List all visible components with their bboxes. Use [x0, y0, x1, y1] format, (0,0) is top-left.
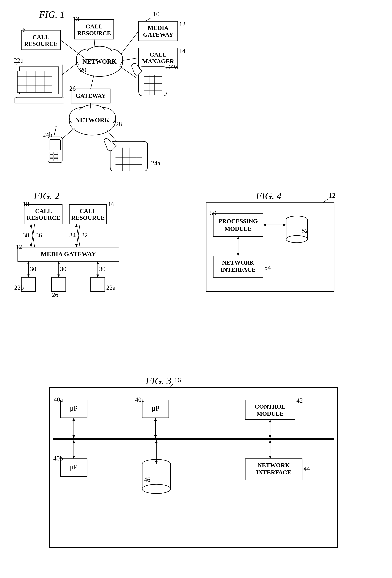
svg-text:CONTROL: CONTROL	[255, 403, 285, 410]
svg-text:CALL: CALL	[33, 34, 49, 40]
svg-text:26: 26	[52, 291, 58, 298]
svg-text:INTERFACE: INTERFACE	[220, 266, 256, 273]
svg-text:54: 54	[264, 264, 271, 271]
svg-line-87	[60, 40, 85, 59]
svg-marker-129	[57, 261, 60, 264]
fig3-diagram: FIG. 3 16 μP 40a μP 40c CONTROL MODULE 4…	[36, 373, 355, 562]
svg-text:20: 20	[80, 66, 86, 73]
svg-text:22a: 22a	[106, 284, 116, 291]
svg-rect-44	[17, 71, 52, 93]
svg-text:FIG. 4: FIG. 4	[256, 191, 281, 201]
svg-text:GATEWAY: GATEWAY	[143, 31, 173, 38]
svg-text:24b: 24b	[43, 131, 52, 138]
svg-text:NETWORK: NETWORK	[258, 462, 290, 469]
svg-text:32: 32	[81, 232, 88, 239]
svg-text:26: 26	[69, 85, 76, 92]
svg-text:38: 38	[23, 232, 29, 239]
svg-text:46: 46	[144, 476, 150, 483]
svg-text:CALL: CALL	[150, 51, 167, 58]
svg-text:24a: 24a	[151, 160, 160, 167]
svg-line-95	[62, 128, 75, 139]
svg-text:MODULE: MODULE	[257, 410, 284, 417]
svg-text:22b: 22b	[14, 57, 23, 64]
svg-text:12: 12	[16, 243, 22, 250]
fig2-diagram: FIG. 2 CALL RESOURCE 18 CALL RESOURCE 16…	[11, 189, 156, 313]
svg-text:CALL: CALL	[86, 23, 102, 30]
svg-line-66	[54, 128, 56, 135]
svg-rect-69	[50, 140, 60, 150]
svg-text:FIG. 2: FIG. 2	[34, 191, 59, 201]
svg-text:22a: 22a	[169, 64, 178, 71]
svg-rect-98	[25, 204, 62, 224]
svg-marker-128	[57, 275, 60, 277]
svg-text:RESOURCE: RESOURCE	[27, 214, 60, 221]
svg-rect-43	[14, 98, 64, 103]
svg-text:30: 30	[60, 265, 66, 273]
svg-text:52: 52	[302, 227, 308, 234]
svg-text:MODULE: MODULE	[225, 225, 252, 232]
svg-text:40b: 40b	[53, 455, 63, 462]
svg-marker-135	[96, 261, 99, 264]
svg-text:μP: μP	[152, 404, 159, 412]
svg-text:FIG. 3: FIG. 3	[145, 376, 171, 386]
svg-text:CALL: CALL	[35, 208, 52, 214]
fig1-diagram: FIG. 1 10 CALL RESOURCE 18 CALL RESOURCE…	[11, 7, 203, 171]
svg-text:RESOURCE: RESOURCE	[24, 41, 58, 47]
svg-text:22b: 22b	[14, 284, 24, 291]
svg-text:30: 30	[30, 265, 36, 273]
svg-text:INTERFACE: INTERFACE	[256, 469, 291, 476]
svg-text:50: 50	[210, 209, 217, 217]
svg-text:40c: 40c	[135, 396, 144, 403]
svg-point-151	[286, 236, 307, 243]
svg-text:MEDIA GATEWAY: MEDIA GATEWAY	[41, 251, 96, 258]
svg-line-91	[62, 62, 78, 75]
svg-line-89	[121, 31, 139, 54]
svg-text:μP: μP	[70, 404, 78, 412]
svg-marker-112	[30, 224, 32, 227]
page: FIG. 1 10 CALL RESOURCE 18 CALL RESOURCE…	[0, 0, 392, 578]
svg-text:12: 12	[329, 192, 336, 199]
svg-line-90	[123, 58, 139, 60]
svg-text:30: 30	[99, 265, 106, 273]
svg-text:μP: μP	[70, 463, 78, 471]
svg-text:18: 18	[73, 15, 79, 22]
fig1-svg: FIG. 1 10 CALL RESOURCE 18 CALL RESOURCE…	[11, 7, 203, 171]
ref-10: 10	[153, 10, 160, 18]
svg-text:GATEWAY: GATEWAY	[76, 93, 106, 99]
svg-text:44: 44	[304, 465, 310, 472]
svg-text:CALL: CALL	[80, 208, 96, 214]
svg-text:34: 34	[69, 232, 76, 239]
svg-marker-134	[96, 275, 99, 277]
svg-text:RESOURCE: RESOURCE	[71, 214, 105, 221]
svg-text:14: 14	[179, 47, 185, 54]
svg-text:16: 16	[174, 376, 181, 384]
svg-text:18: 18	[23, 200, 29, 208]
svg-text:12: 12	[179, 21, 185, 28]
svg-point-185	[142, 484, 171, 493]
svg-text:NETWORK: NETWORK	[222, 259, 254, 266]
svg-line-93	[91, 74, 94, 89]
svg-marker-116	[75, 244, 78, 247]
svg-marker-123	[27, 261, 30, 264]
svg-rect-102	[69, 204, 107, 224]
svg-point-67	[55, 126, 57, 128]
svg-rect-137	[91, 277, 105, 291]
fig4-diagram: FIG. 4 12 PROCESSING MODULE 50 52	[195, 189, 355, 313]
svg-marker-122	[27, 275, 30, 277]
svg-text:NETWORK: NETWORK	[83, 58, 117, 65]
svg-text:16: 16	[19, 26, 26, 33]
svg-text:28: 28	[116, 121, 122, 128]
svg-text:PROCESSING: PROCESSING	[218, 218, 258, 224]
svg-text:42: 42	[296, 397, 303, 404]
svg-text:16: 16	[108, 200, 114, 208]
svg-text:40a: 40a	[54, 396, 63, 403]
svg-rect-10	[139, 21, 178, 41]
svg-rect-131	[51, 277, 66, 291]
svg-marker-118	[75, 224, 78, 227]
fig1-title: FIG. 1	[39, 9, 65, 20]
svg-text:NETWORK: NETWORK	[75, 117, 109, 124]
svg-marker-110	[30, 244, 32, 247]
svg-text:36: 36	[36, 232, 42, 239]
svg-text:RESOURCE: RESOURCE	[78, 30, 111, 37]
svg-text:MEDIA: MEDIA	[148, 25, 169, 31]
